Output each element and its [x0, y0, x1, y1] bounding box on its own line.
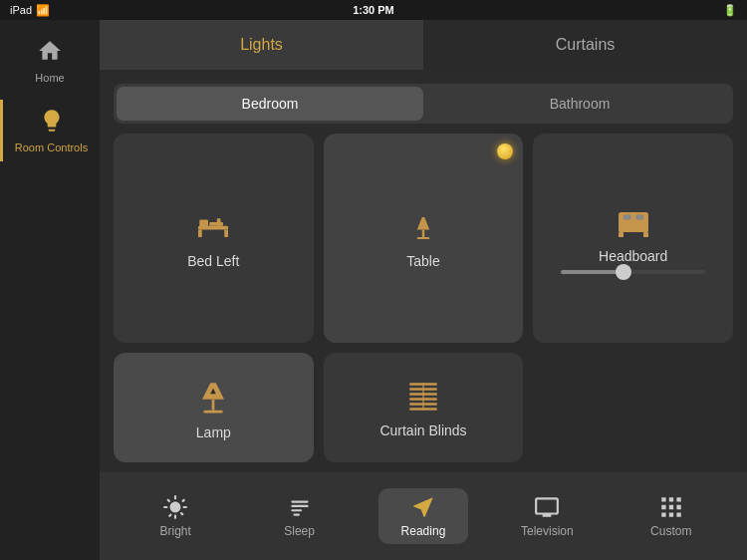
svg-rect-4	[210, 222, 224, 226]
reading-icon	[410, 494, 436, 520]
scene-reading[interactable]: Reading	[378, 488, 468, 544]
lights-grid: Bed Left Table Headboa	[100, 134, 747, 353]
custom-icon	[658, 494, 684, 520]
bed-left-icon	[193, 207, 233, 247]
curtain-blinds-icon	[403, 377, 443, 417]
svg-rect-17	[204, 411, 223, 414]
carrier-text: iPad	[10, 4, 32, 16]
lamp-label: Lamp	[196, 424, 231, 440]
light-card-lamp[interactable]: Lamp	[114, 353, 314, 462]
svg-rect-26	[291, 501, 308, 503]
room-controls-label: Room Controls	[15, 141, 88, 153]
svg-rect-16	[212, 400, 215, 411]
status-bar-time: 1:30 PM	[353, 4, 394, 16]
reading-label: Reading	[401, 524, 446, 538]
headboard-slider-thumb[interactable]	[616, 264, 631, 280]
svg-rect-27	[291, 505, 308, 507]
svg-rect-1	[198, 230, 202, 238]
svg-rect-5	[217, 218, 221, 226]
svg-rect-8	[417, 237, 430, 239]
status-bar-right: 🔋	[723, 4, 737, 17]
headboard-label: Headboard	[599, 248, 667, 264]
status-bar-left: iPad 📶	[10, 4, 50, 17]
bottom-row: Lamp Curtain Blinds	[100, 353, 747, 472]
tab-lights[interactable]: Lights	[100, 20, 423, 70]
bright-icon	[162, 494, 188, 520]
room-tab-bedroom[interactable]: Bedroom	[117, 87, 423, 121]
svg-rect-11	[619, 232, 623, 237]
television-icon	[534, 494, 560, 520]
room-tab-bathroom[interactable]: Bathroom	[426, 84, 733, 124]
svg-rect-28	[291, 509, 302, 511]
svg-rect-10	[619, 212, 648, 222]
svg-rect-29	[293, 514, 300, 516]
svg-rect-14	[635, 215, 643, 220]
table-icon	[403, 207, 443, 247]
wifi-icon: 📶	[36, 4, 50, 17]
svg-marker-6	[417, 217, 430, 230]
light-card-bed-left[interactable]: Bed Left	[114, 134, 314, 343]
bright-label: Bright	[160, 524, 191, 538]
home-label: Home	[35, 72, 64, 84]
light-card-curtain-blinds[interactable]: Curtain Blinds	[324, 353, 524, 462]
table-label: Table	[406, 253, 439, 269]
scene-custom[interactable]: Custom	[626, 488, 716, 544]
scene-bar: Bright Sleep Reading Televisi	[100, 472, 747, 560]
battery-icon: 🔋	[723, 4, 737, 17]
sidebar-item-room-controls[interactable]: Room Controls	[0, 100, 100, 161]
top-tabs: Lights Curtains	[100, 20, 747, 70]
bed-left-label: Bed Left	[187, 253, 239, 269]
svg-rect-12	[643, 232, 648, 237]
svg-rect-13	[623, 215, 631, 220]
custom-label: Custom	[650, 524, 691, 538]
sidebar-home-item[interactable]: Home	[25, 30, 74, 92]
headboard-icon	[614, 202, 653, 242]
lamp-icon	[191, 375, 235, 419]
svg-rect-3	[200, 220, 209, 229]
headboard-slider-track	[561, 270, 705, 274]
sleep-icon	[287, 494, 313, 520]
sidebar: Home Room Controls	[0, 20, 100, 560]
status-bar: iPad 📶 1:30 PM 🔋	[0, 0, 747, 20]
scene-television[interactable]: Television	[502, 488, 592, 544]
lightbulb-icon	[39, 108, 65, 140]
empty-cell	[533, 353, 733, 462]
room-tabs: Bedroom Bathroom	[114, 84, 733, 124]
home-icon	[37, 38, 63, 70]
scene-sleep[interactable]: Sleep	[255, 488, 345, 544]
tab-curtains[interactable]: Curtains	[423, 20, 747, 70]
svg-rect-2	[225, 230, 229, 238]
svg-rect-7	[422, 230, 425, 238]
scene-bright[interactable]: Bright	[130, 488, 220, 544]
table-on-indicator	[497, 143, 513, 159]
light-card-headboard[interactable]: Headboard	[533, 134, 733, 343]
main-content: Lights Curtains Bedroom Bathroom	[100, 20, 747, 560]
light-card-table[interactable]: Table	[324, 134, 524, 343]
sleep-label: Sleep	[284, 524, 315, 538]
television-label: Television	[521, 524, 574, 538]
curtain-blinds-label: Curtain Blinds	[379, 422, 466, 438]
